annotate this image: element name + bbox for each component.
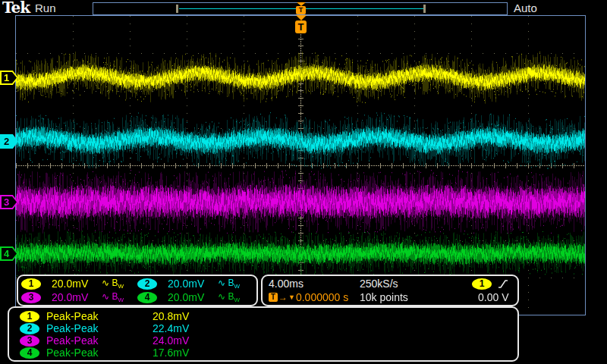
- measurement-row-ch2[interactable]: 2 Peak-Peak 22.4mV: [20, 322, 517, 334]
- channel-4-badge[interactable]: 4: [137, 292, 157, 303]
- channel-3-scale: 20.0mV: [52, 291, 99, 303]
- graticule: [15, 15, 586, 315]
- measurement-name: Peak-Peak: [46, 322, 153, 334]
- trigger-position-readout[interactable]: T→▼0.000000 s: [269, 291, 360, 303]
- channel-2-badge: 2: [20, 323, 39, 334]
- trigger-source-badge[interactable]: 1: [472, 278, 492, 290]
- record-length-readout: 10k points: [360, 291, 472, 303]
- channel-2-position-marker[interactable]: 2: [0, 134, 18, 149]
- oscilloscope-screen: Tek Run Auto T T 1 2 3 4 1 20.0m: [0, 0, 607, 364]
- record-window-right-bracket: [423, 5, 426, 13]
- rising-edge-icon: [498, 278, 508, 290]
- channel-4-badge: 4: [20, 347, 39, 359]
- channel-3-position-marker[interactable]: 3: [0, 195, 18, 209]
- waveform-display: [16, 16, 585, 315]
- trigger-arrow-icon: [296, 15, 307, 20]
- trigger-position-marker[interactable]: T: [295, 15, 307, 33]
- channel-2-badge[interactable]: 2: [137, 278, 157, 290]
- record-window-left-bracket: [176, 5, 178, 13]
- channel-readout-box: 1 20.0mV ∿ BW 2 20.0mV ∿ BW 3 20.0mV ∿ B…: [17, 275, 258, 306]
- channel-3-readout[interactable]: 3 20.0mV ∿ BW: [21, 290, 137, 304]
- channel-3-badge: 3: [20, 335, 39, 347]
- trigger-t-icon: T: [295, 20, 307, 33]
- measurement-value: 24.0mV: [153, 334, 189, 347]
- horizontal-trigger-box: 4.00ms 250kS/s 1 T→▼0.000000 s 10k point…: [261, 275, 519, 306]
- channel-4-scale: 20.0mV: [168, 291, 215, 303]
- measurements-box: 1 Peak-Peak 20.8mV 2 Peak-Peak 22.4mV 3 …: [8, 306, 519, 362]
- tek-logo: Tek: [2, 0, 30, 17]
- measurement-value: 22.4mV: [153, 322, 189, 334]
- trigger-level-readout[interactable]: 0.00 V: [472, 291, 511, 303]
- trigger-mode-label: Auto: [514, 2, 537, 14]
- channel-1-badge[interactable]: 1: [21, 278, 41, 290]
- measurement-name: Peak-Peak: [46, 347, 153, 359]
- channel-1-scale: 20.0mV: [52, 278, 99, 290]
- measurement-row-ch1[interactable]: 1 Peak-Peak 20.8mV: [20, 310, 517, 322]
- measurement-name: Peak-Peak: [46, 310, 153, 322]
- sample-rate-readout: 250kS/s: [360, 278, 472, 290]
- coupling-bandwidth-icon: ∿ BW: [102, 291, 124, 303]
- measurement-row-ch4[interactable]: 4 Peak-Peak 17.6mV: [20, 347, 517, 359]
- record-trigger-position-icon: T: [296, 2, 306, 14]
- channel-4-position-marker[interactable]: 4: [0, 246, 18, 261]
- measurement-name: Peak-Peak: [46, 334, 153, 347]
- coupling-bandwidth-icon: ∿ BW: [218, 291, 240, 303]
- channel-4-readout[interactable]: 4 20.0mV ∿ BW: [137, 290, 253, 304]
- channel-3-badge[interactable]: 3: [21, 292, 41, 303]
- channel-1-badge: 1: [20, 311, 39, 322]
- channel-1-position-marker[interactable]: 1: [0, 71, 18, 85]
- channel-2-readout[interactable]: 2 20.0mV ∿ BW: [137, 277, 253, 290]
- channel-2-scale: 20.0mV: [168, 278, 215, 290]
- measurement-value: 20.8mV: [153, 310, 189, 322]
- channel-1-readout[interactable]: 1 20.0mV ∿ BW: [21, 277, 137, 290]
- measurement-value: 17.6mV: [153, 347, 189, 359]
- trigger-t-icon: T: [269, 293, 278, 302]
- measurement-row-ch3[interactable]: 3 Peak-Peak 24.0mV: [20, 334, 517, 347]
- acquisition-status: Run: [35, 2, 56, 14]
- record-view-bar[interactable]: T: [93, 2, 508, 15]
- timebase-readout[interactable]: 4.00ms: [269, 278, 360, 290]
- coupling-bandwidth-icon: ∿ BW: [218, 278, 240, 290]
- coupling-bandwidth-icon: ∿ BW: [102, 278, 124, 290]
